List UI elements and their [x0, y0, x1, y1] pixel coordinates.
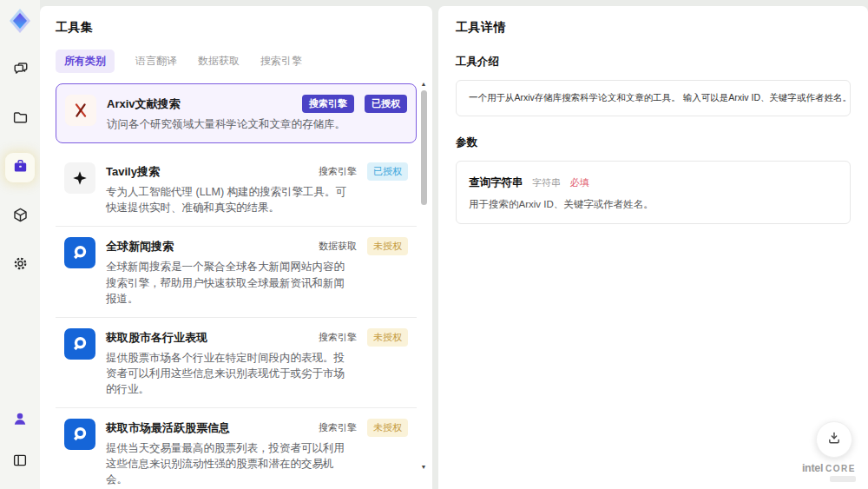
tab-search-engine[interactable]: 搜索引擎	[260, 50, 302, 73]
magnifier-icon	[69, 334, 90, 354]
tool-badges: 搜索引擎 未授权	[319, 419, 408, 437]
tab-all-categories[interactable]: 所有类别	[56, 50, 115, 73]
category-badge: 搜索引擎	[319, 419, 357, 437]
tool-description: 访问各个研究领域大量科学论文和文章的存储库。	[107, 116, 354, 132]
tool-badges: 数据获取 未授权	[319, 237, 408, 255]
tool-body: Arxiv文献搜索 搜索引擎 已授权 访问各个研究领域大量科学论文和文章的存储库…	[107, 95, 407, 132]
tab-language-translation[interactable]: 语言翻译	[135, 50, 177, 73]
tool-description: 提供股票市场各个行业在特定时间段内的表现。投资者可以利用这些信息来识别表现优于或…	[106, 350, 353, 397]
param-description: 用于搜索的Arxiv ID、关键字或作者姓名。	[469, 198, 838, 211]
layout-icon	[11, 452, 29, 472]
auth-status-badge: 未授权	[367, 237, 408, 255]
sidebar-item-toolbox[interactable]	[5, 153, 35, 182]
tool-icon	[64, 419, 95, 450]
sidebar-item-package[interactable]	[5, 202, 35, 231]
category-badge: 搜索引擎	[319, 328, 357, 347]
tool-badges: 搜索引擎 未授权	[319, 328, 408, 347]
param-required-badge: 必填	[569, 177, 589, 188]
folder-icon	[11, 109, 30, 130]
param-name: 查询字符串	[469, 176, 523, 188]
sidebar-item-profile[interactable]	[5, 406, 35, 435]
category-badge: 搜索引擎	[302, 95, 354, 113]
tool-title: 获取股市各行业表现	[106, 328, 207, 346]
tool-details-panel: 工具详情 工具介绍 一个用于从Arxiv存储库搜索科学论文和文章的工具。 输入可…	[438, 6, 868, 489]
user-icon	[11, 410, 29, 431]
tool-card[interactable]: 获取股市各行业表现 搜索引擎 未授权 提供股票市场各个行业在特定时间段内的表现。…	[56, 318, 417, 408]
tool-badges: 搜索引擎 已授权	[302, 95, 407, 113]
tool-icon	[64, 237, 95, 268]
scroll-up-icon[interactable]: ▲	[421, 81, 427, 87]
scrollbar: ▲ ▼	[418, 81, 429, 484]
tool-body: 获取市场最活跃股票信息 搜索引擎 未授权 提供当天交易量最高的股票列表，投资者可…	[106, 419, 408, 487]
four-point-star-icon	[71, 169, 89, 187]
tool-icon	[64, 328, 95, 360]
intro-box: 一个用于从Arxiv存储库搜索科学论文和文章的工具。 输入可以是Arxiv ID…	[456, 80, 851, 116]
category-tabs: 所有类别 语言翻译 数据获取 搜索引擎	[56, 50, 417, 73]
tool-list: Arxiv文献搜索 搜索引擎 已授权 访问各个研究领域大量科学论文和文章的存储库…	[56, 83, 417, 489]
param-header: 查询字符串 字符串 必填	[469, 174, 838, 190]
tool-card[interactable]: 获取市场最活跃股票信息 搜索引擎 未授权 提供当天交易量最高的股票列表，投资者可…	[56, 408, 417, 489]
intro-heading: 工具介绍	[456, 55, 851, 69]
auth-status-badge: 未授权	[367, 328, 408, 347]
tool-title: 获取市场最活跃股票信息	[106, 419, 230, 436]
tool-badges: 搜索引擎 已授权	[319, 162, 408, 181]
tool-icon	[65, 95, 96, 126]
scrollbar-thumb[interactable]	[421, 90, 427, 205]
auth-status-badge: 已授权	[365, 95, 407, 113]
auth-status-badge: 未授权	[367, 419, 408, 437]
app-logo	[6, 7, 34, 35]
tool-body: 全球新闻搜索 数据获取 未授权 全球新闻搜索是一个聚合全球各大新闻网站内容的搜索…	[106, 237, 408, 306]
tool-card[interactable]: Tavily搜索 搜索引擎 已授权 专为人工智能代理 (LLM) 构建的搜索引擎…	[56, 152, 417, 227]
tool-description: 全球新闻搜索是一个聚合全球各大新闻网站内容的搜索引擎，帮助用户快速获取全球最新资…	[106, 259, 353, 306]
core-logo-text: CORE	[825, 464, 856, 473]
tool-card[interactable]: Arxiv文献搜索 搜索引擎 已授权 访问各个研究领域大量科学论文和文章的存储库…	[56, 83, 417, 143]
scroll-down-icon[interactable]: ▼	[421, 464, 427, 470]
sidebar-item-chat[interactable]	[5, 56, 35, 85]
sidebar-bottom-nav	[5, 406, 35, 477]
category-badge: 搜索引擎	[319, 162, 357, 181]
sidebar-item-panel-toggle[interactable]	[5, 447, 35, 477]
tool-description: 提供当天交易量最高的股票列表，投资者可以利用这些信息来识别流动性强的股票和潜在的…	[106, 440, 353, 487]
gear-icon	[11, 254, 30, 276]
package-icon	[11, 206, 30, 228]
intel-core-logo: intel CORE	[802, 462, 856, 474]
sidebar-nav	[5, 56, 35, 280]
tool-body: 获取股市各行业表现 搜索引擎 未授权 提供股票市场各个行业在特定时间段内的表现。…	[106, 328, 408, 397]
tool-title: Tavily搜索	[106, 162, 160, 180]
tab-data-acquisition[interactable]: 数据获取	[198, 50, 240, 73]
tool-body: Tavily搜索 搜索引擎 已授权 专为人工智能代理 (LLM) 构建的搜索引擎…	[106, 162, 408, 215]
toolbox-icon	[11, 157, 30, 179]
arxiv-icon	[71, 101, 90, 120]
app-sidebar	[0, 0, 40, 489]
magnifier-icon	[69, 424, 90, 445]
intel-logo-text: intel	[802, 462, 823, 474]
param-box: 查询字符串 字符串 必填 用于搜索的Arxiv ID、关键字或作者姓名。	[456, 161, 851, 224]
auth-status-badge: 已授权	[367, 162, 408, 181]
sidebar-item-files[interactable]	[5, 104, 35, 134]
tool-title: Arxiv文献搜索	[107, 95, 181, 112]
tool-description: 专为人工智能代理 (LLM) 构建的搜索引擎工具。可快速提供实时、准确和真实的结…	[106, 184, 353, 215]
download-icon	[825, 429, 843, 450]
tools-panel: 工具集 所有类别 语言翻译 数据获取 搜索引擎	[40, 6, 432, 489]
param-type: 字符串	[532, 177, 561, 188]
intel-logo-subbadge	[830, 476, 856, 482]
params-heading: 参数	[456, 135, 851, 150]
tool-icon	[64, 162, 95, 194]
sidebar-item-settings[interactable]	[5, 250, 35, 280]
magnifier-icon	[69, 242, 90, 263]
chat-icon	[11, 60, 30, 82]
category-badge: 数据获取	[319, 237, 357, 255]
tool-card[interactable]: 全球新闻搜索 数据获取 未授权 全球新闻搜索是一个聚合全球各大新闻网站内容的搜索…	[56, 227, 417, 317]
tools-panel-title: 工具集	[56, 20, 417, 36]
details-panel-title: 工具详情	[456, 20, 851, 36]
tool-title: 全球新闻搜索	[106, 237, 174, 254]
corner-widgets: intel CORE	[802, 421, 856, 482]
download-button[interactable]	[816, 421, 852, 458]
